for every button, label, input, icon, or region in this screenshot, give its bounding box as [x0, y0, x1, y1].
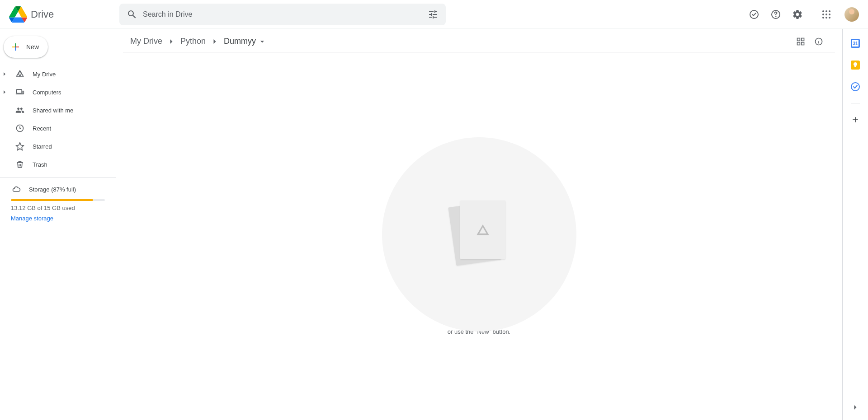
new-button[interactable]: New [4, 36, 48, 58]
sidebar-item-label: Shared with me [33, 107, 73, 114]
sidebar-item-trash[interactable]: Trash [0, 155, 116, 173]
drive-logo-icon [9, 5, 27, 23]
svg-text:31: 31 [853, 41, 858, 46]
search-input[interactable] [141, 10, 424, 19]
svg-point-7 [826, 14, 827, 15]
offline-ready-icon[interactable] [745, 5, 763, 23]
calendar-app-icon[interactable]: 31 [846, 34, 864, 52]
svg-rect-17 [802, 38, 804, 41]
sidebar-item-shared[interactable]: Shared with me [0, 101, 116, 119]
svg-point-4 [826, 10, 827, 12]
svg-rect-12 [15, 47, 16, 47]
header-actions [745, 5, 864, 23]
help-icon[interactable] [767, 5, 785, 23]
expand-icon[interactable] [2, 90, 7, 94]
settings-gear-icon[interactable] [788, 5, 807, 23]
svg-rect-18 [797, 42, 800, 45]
recent-icon [15, 124, 24, 133]
plus-icon [10, 42, 21, 52]
svg-point-9 [822, 17, 824, 19]
svg-point-2 [776, 16, 776, 17]
breadcrumb-my-drive[interactable]: My Drive [127, 35, 166, 48]
storage-progress-fill [11, 199, 93, 201]
sidebar-item-computers[interactable]: Computers [0, 83, 116, 101]
sidebar-item-label: My Drive [33, 71, 56, 78]
side-panel: 31 [843, 29, 868, 420]
cloud-icon [12, 185, 21, 194]
svg-rect-19 [802, 42, 804, 45]
sidebar: New My Drive Computers Shared with me Re… [0, 29, 116, 420]
star-icon [15, 142, 24, 151]
sidebar-item-recent[interactable]: Recent [0, 119, 116, 137]
sidebar-divider [0, 177, 116, 177]
collapse-panel-icon[interactable] [846, 398, 864, 416]
dropdown-icon [258, 37, 267, 46]
chevron-right-icon [166, 37, 177, 46]
svg-point-3 [822, 10, 824, 12]
manage-storage-link[interactable]: Manage storage [0, 215, 116, 222]
storage-label: Storage (87% full) [29, 186, 76, 193]
my-drive-icon [15, 70, 24, 79]
sidebar-item-starred[interactable]: Starred [0, 137, 116, 155]
apps-grid-icon[interactable] [817, 5, 835, 23]
add-addon-icon[interactable] [846, 111, 864, 129]
storage-progress [11, 199, 105, 201]
search-icon[interactable] [123, 5, 141, 23]
expand-icon[interactable] [2, 72, 7, 76]
breadcrumb-python[interactable]: Python [177, 35, 209, 48]
svg-point-5 [829, 10, 830, 12]
sidebar-item-storage[interactable]: Storage (87% full) [0, 181, 116, 197]
svg-rect-16 [797, 38, 800, 41]
sidebar-item-label: Computers [33, 89, 61, 96]
sidebar-item-my-drive[interactable]: My Drive [0, 65, 116, 83]
header: Drive [0, 0, 868, 29]
computers-icon [15, 88, 24, 97]
main-content: My Drive Python Dummyy Dr [116, 29, 843, 420]
search-bar[interactable] [119, 4, 446, 25]
drive-logo[interactable]: Drive [4, 5, 116, 23]
search-options-icon[interactable] [424, 5, 442, 23]
shared-icon [15, 106, 24, 115]
storage-usage-text: 13.12 GB of 15 GB used [0, 205, 116, 215]
sidebar-item-label: Starred [33, 143, 52, 150]
breadcrumb-current[interactable]: Dummyy [220, 35, 270, 48]
empty-folder-state[interactable]: Drop files here or use the “New” button. [116, 52, 842, 420]
trash-icon [15, 160, 24, 169]
new-button-label: New [26, 43, 39, 51]
account-avatar[interactable] [844, 7, 859, 22]
details-info-icon[interactable] [810, 33, 828, 51]
sidebar-item-label: Trash [33, 161, 47, 168]
chevron-right-icon [209, 37, 220, 46]
grid-view-icon[interactable] [792, 33, 810, 51]
svg-point-10 [826, 17, 827, 19]
svg-point-11 [829, 17, 830, 19]
side-panel-divider [851, 103, 860, 103]
svg-point-8 [829, 14, 830, 15]
svg-point-25 [851, 83, 859, 91]
svg-rect-13 [17, 89, 22, 93]
keep-app-icon[interactable] [846, 56, 864, 74]
product-name: Drive [31, 9, 54, 20]
svg-rect-14 [22, 91, 24, 94]
empty-illustration [382, 137, 576, 331]
svg-point-6 [822, 14, 824, 15]
breadcrumb-bar: My Drive Python Dummyy [123, 31, 835, 52]
sidebar-item-label: Recent [33, 125, 51, 132]
tasks-app-icon[interactable] [846, 78, 864, 96]
